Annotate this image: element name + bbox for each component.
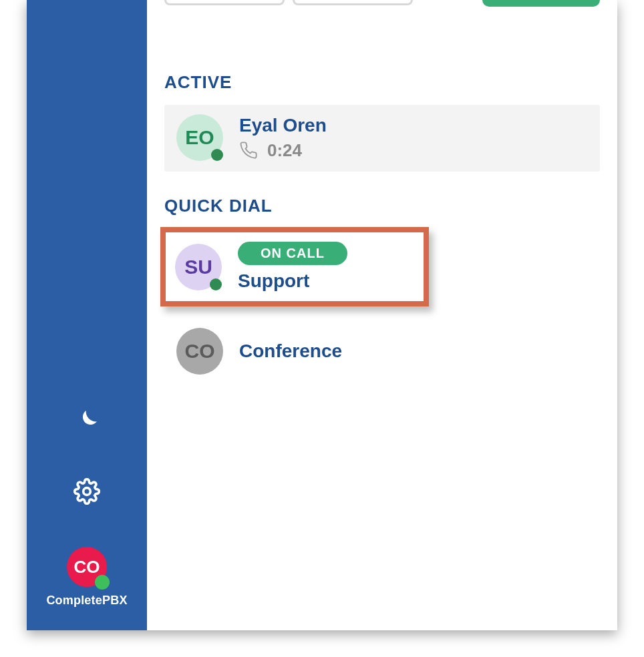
presence-dot-icon (95, 575, 110, 590)
presence-dot-icon (211, 149, 223, 161)
current-user-badge[interactable]: CO CompletePBX (46, 547, 127, 608)
status-badge: ON CALL (238, 242, 347, 265)
phone-icon (239, 141, 258, 160)
top-primary-button-stub[interactable] (482, 0, 600, 7)
quickdial-item-conference[interactable]: CO Conference (164, 317, 600, 385)
active-call-card[interactable]: EO Eyal Oren 0:24 (164, 105, 600, 172)
contact-avatar: SU (175, 244, 222, 290)
call-timer: 0:24 (267, 140, 302, 161)
sidebar: CO CompletePBX (27, 0, 147, 630)
current-user-avatar: CO (67, 547, 107, 587)
main-panel: ACTIVE EO Eyal Oren 0:24 QUICK DIAL SU (147, 0, 617, 630)
active-call-name: Eyal Oren (239, 115, 327, 136)
current-user-initials: CO (73, 557, 100, 578)
quickdial-item-name: Support (238, 270, 309, 292)
contact-avatar-initials: CO (185, 340, 215, 363)
current-user-label: CompletePBX (46, 594, 127, 608)
contact-avatar-initials: SU (184, 256, 212, 278)
active-call-info: Eyal Oren 0:24 (239, 115, 327, 161)
top-field-stub (164, 0, 285, 5)
app-window: CO CompletePBX ACTIVE EO Eyal Oren (27, 0, 617, 630)
quickdial-item-info: Conference (239, 341, 342, 362)
contact-avatar: EO (176, 114, 223, 161)
top-controls-stub (164, 0, 600, 12)
presence-dot-icon (210, 278, 222, 290)
contact-avatar-initials: EO (185, 126, 214, 149)
moon-icon[interactable] (71, 405, 102, 436)
quickdial-item-info: ON CALL Support (238, 242, 347, 292)
active-section-label: ACTIVE (164, 72, 600, 93)
top-field-stub (293, 0, 413, 5)
gear-icon[interactable] (71, 476, 102, 507)
quickdial-item-name: Conference (239, 341, 342, 362)
quickdial-item-support[interactable]: SU ON CALL Support (160, 227, 429, 306)
contact-avatar: CO (176, 328, 223, 375)
quickdial-section-label: QUICK DIAL (164, 196, 600, 216)
svg-point-0 (84, 488, 91, 495)
active-call-status: 0:24 (239, 140, 327, 161)
